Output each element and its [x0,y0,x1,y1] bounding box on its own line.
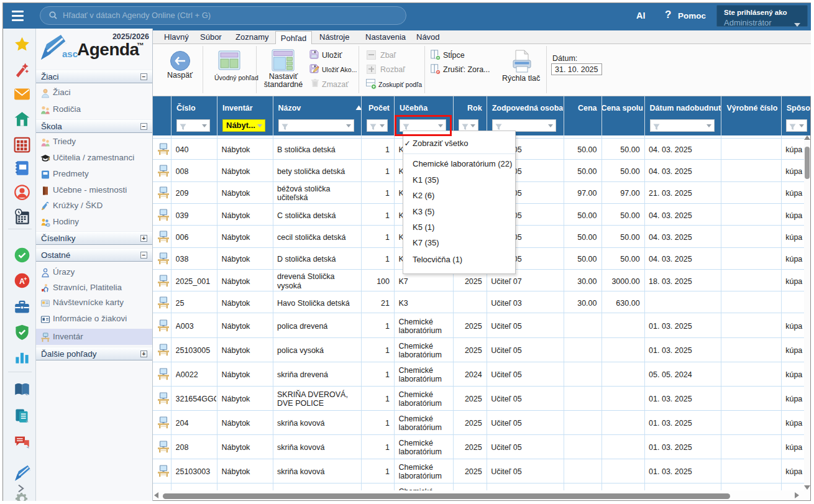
svg-text:+: + [24,276,27,282]
